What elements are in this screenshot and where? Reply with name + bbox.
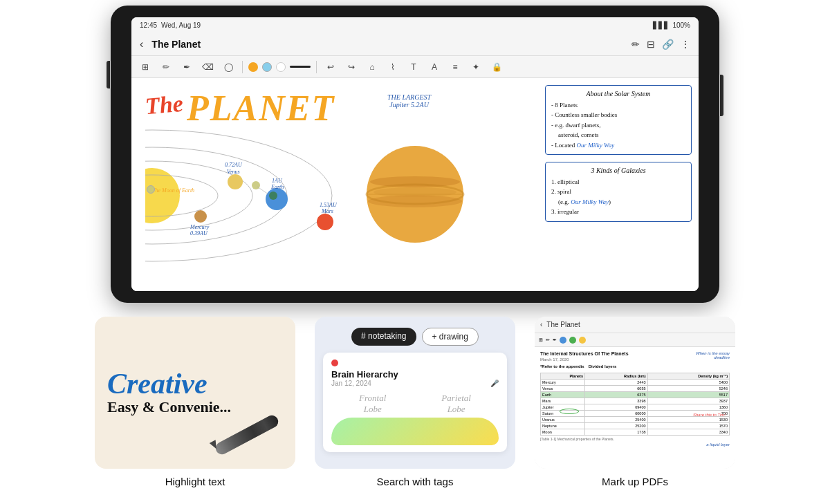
markup-ref-note: *Refer to the appendix [540, 364, 584, 368]
back-button[interactable]: ‹ [140, 38, 143, 50]
feature-highlight: Creative Easy & Convenie... Highlight te… [95, 317, 295, 487]
svg-point-5 [194, 210, 207, 223]
parietal-lobe: ParietalLobe [441, 393, 471, 415]
tool-undo[interactable]: ↩ [322, 59, 339, 75]
brain-shape [331, 418, 499, 445]
toolbar-sep1 [242, 61, 243, 73]
tablet-bumper-left [107, 61, 110, 88]
status-time: 12:45 [140, 21, 157, 29]
markup-content: The Internal Structures Of The Planets M… [535, 347, 735, 469]
note-card-date: Jan 12, 2024 🎤 [331, 380, 499, 387]
svg-text:Mercury: Mercury [190, 224, 210, 230]
search-thumb: # notetaking + drawing Brain Hierarchy J… [315, 317, 515, 469]
tool-lock[interactable]: 🔒 [488, 59, 505, 75]
svg-text:0.72AU: 0.72AU [225, 162, 243, 168]
galaxy-line4: 3. irregular [551, 207, 685, 216]
svg-text:0.39AU: 0.39AU [190, 230, 208, 236]
markup-col1: Divided layers [589, 364, 617, 371]
largest-label: THE LARGESTJupiter 5.2AU [387, 93, 431, 109]
svg-point-24 [374, 187, 456, 197]
galaxies-box: 3 Kinds of Galaxies 1. elliptical 2. spi… [545, 162, 692, 222]
highlight-bg: Creative Easy & Convenie... [95, 317, 295, 469]
frontal-lobe: FrontalLobe [359, 393, 386, 415]
more-icon[interactable]: ⋮ [681, 39, 690, 50]
tool-lasso[interactable]: ◯ [220, 59, 237, 75]
solar-line3: - e.g. dwarf planets, [551, 120, 685, 130]
svg-point-8 [228, 174, 243, 189]
markup-color-yellow [579, 337, 586, 344]
solar-system-box: About the Solar System - 8 Planets - Cou… [545, 85, 692, 155]
tablet-device: 12:45 Wed, Aug 19 ▋▋▋ 100% ‹ The Planet … [111, 6, 719, 303]
bottom-section: Creative Easy & Convenie... Highlight te… [0, 303, 830, 494]
nav-bar: ‹ The Planet ✏ ⊟ 🔗 ⋮ [131, 32, 699, 56]
color-orange[interactable] [248, 62, 258, 72]
circle-annotation [560, 409, 579, 414]
mic-icon: 🎤 [490, 380, 499, 387]
markup-doc-date: March 17, 2020 [540, 357, 629, 362]
pen-width[interactable] [290, 66, 311, 68]
svg-text:Mars: Mars [321, 208, 333, 214]
markup-nav-title: The Planet [546, 321, 580, 328]
galaxies-title: 3 Kinds of Galaxies [551, 167, 685, 174]
note-dot [331, 360, 338, 366]
svg-line-16 [257, 187, 268, 194]
status-right: ▋▋▋ 100% [653, 21, 690, 29]
status-battery: 100% [672, 21, 690, 29]
tool-pencil[interactable]: ✒ [178, 59, 195, 75]
markup-bg: ‹ The Planet ⊞ ✏ ✒ The Internal Str [535, 317, 735, 469]
tool-text[interactable]: T [405, 59, 422, 75]
tool-home[interactable]: ⌂ [364, 59, 380, 75]
orbit-diagram: Mercury 0.39AU Venus 0.72AU Earth 1AU [145, 120, 491, 272]
toolbar-sep2 [316, 61, 317, 73]
markup-tool3: ✒ [553, 337, 557, 343]
feature-search: # notetaking + drawing Brain Hierarchy J… [315, 317, 515, 487]
color-blue[interactable] [262, 62, 272, 72]
note-canvas[interactable]: The PLANET THE LARGESTJupiter 5.2AU Merc… [131, 78, 540, 291]
solar-line1: - 8 Planets [551, 100, 685, 110]
markup-tool2: ✏ [546, 337, 550, 343]
tool-annotation[interactable]: A [426, 59, 443, 75]
svg-point-11 [266, 188, 288, 210]
tag-drawing[interactable]: + drawing [422, 328, 479, 346]
tool-redo[interactable]: ↪ [343, 59, 360, 75]
markup-color-green [569, 337, 576, 344]
note-area: The PLANET THE LARGESTJupiter 5.2AU Merc… [131, 78, 699, 291]
status-signal: ▋▋▋ [653, 21, 670, 29]
status-left: 12:45 Wed, Aug 19 [140, 21, 201, 29]
link-icon[interactable]: 🔗 [662, 39, 674, 50]
tool-grid[interactable]: ⊞ [137, 59, 154, 75]
easy-text: Easy & Convenie... [107, 398, 231, 416]
creative-text: Creative [107, 369, 208, 398]
galaxy-line3: (e.g. Our Milky Way) [551, 197, 685, 207]
tool-anchor[interactable]: ⌇ [385, 59, 401, 75]
search-bg: # notetaking + drawing Brain Hierarchy J… [315, 317, 515, 469]
color-white[interactable] [276, 62, 286, 72]
galaxy-line1: 1. elliptical [551, 177, 685, 187]
tool-star[interactable]: ✦ [468, 59, 484, 75]
markup-nav: ‹ The Planet [535, 317, 735, 333]
tool-pen[interactable]: ✏ [158, 59, 174, 75]
stylus-body [214, 413, 281, 457]
note-sidebar: About the Solar System - 8 Planets - Cou… [540, 78, 699, 291]
feature-markup: ‹ The Planet ⊞ ✏ ✒ The Internal Str [535, 317, 735, 487]
search-label: Search with tags [377, 476, 454, 487]
tablet-bumper-right [720, 75, 723, 116]
tool-eraser[interactable]: ⌫ [199, 59, 216, 75]
liquid-annotation: a liquid layer [540, 442, 730, 447]
svg-text:1.53AU: 1.53AU [320, 202, 338, 208]
note-card-title: Brain Hierarchy [331, 369, 499, 380]
note-card-mini: Brain Hierarchy Jan 12, 2024 🎤 FrontalLo… [323, 353, 507, 452]
svg-point-15 [252, 181, 260, 189]
tag-notetaking[interactable]: # notetaking [351, 328, 416, 346]
tool-list[interactable]: ≡ [447, 59, 463, 75]
title-the: The [144, 91, 184, 120]
layout-icon[interactable]: ⊟ [647, 39, 655, 50]
markup-color-blue [560, 337, 566, 344]
solar-system-title: About the Solar System [551, 90, 685, 97]
edit-icon[interactable]: ✏ [631, 39, 640, 50]
tablet-screen: 12:45 Wed, Aug 19 ▋▋▋ 100% ‹ The Planet … [131, 17, 699, 291]
svg-text:Earth: Earth [270, 184, 284, 190]
solar-line2: - Countless smaller bodies [551, 110, 685, 120]
highlight-thumb: Creative Easy & Convenie... [95, 317, 295, 469]
note-lobes: FrontalLobe ParietalLobe [331, 393, 499, 415]
